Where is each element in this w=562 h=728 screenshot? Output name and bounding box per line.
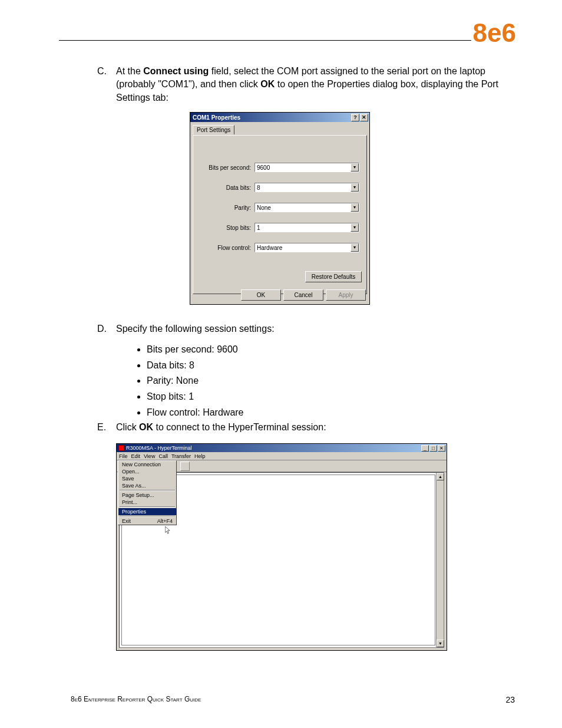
ht-titlebar[interactable]: R3000MSA - HyperTerminal _ □ ✕	[117, 444, 447, 452]
menu-item-save-as[interactable]: Save As...	[118, 482, 176, 489]
ok-button[interactable]: OK	[241, 289, 281, 301]
restore-defaults-button[interactable]: Restore Defaults	[305, 271, 362, 282]
menu-separator	[120, 490, 175, 491]
flow-label: Flow control:	[200, 245, 254, 251]
menu-item-label: Properties	[122, 509, 146, 515]
dropdown-icon[interactable]: ▼	[351, 243, 359, 252]
parity-value: None	[255, 205, 351, 211]
maximize-button[interactable]: □	[429, 445, 437, 452]
scroll-up-button[interactable]: ▲	[437, 473, 444, 480]
step-d-block: D. Specify the following session setting…	[97, 322, 510, 421]
menu-shortcut: Alt+F4	[157, 518, 173, 524]
close-button[interactable]: ✕	[360, 114, 368, 121]
bps-label: Bits per second:	[200, 164, 254, 171]
step-d-label: D.	[97, 322, 116, 337]
tab-strip: Port Settings	[193, 124, 369, 135]
menu-help[interactable]: Help	[194, 453, 206, 459]
com1-properties-dialog: COM1 Properties ? ✕ Port Settings Bits p…	[190, 112, 370, 305]
footer-text: 8e6 Enterprise Reporter Quick Start Guid…	[71, 695, 201, 704]
bps-combo[interactable]: 9600 ▼	[254, 163, 359, 172]
dropdown-icon[interactable]: ▼	[351, 203, 359, 212]
step-e-block: E. Click OK to connect to the HyperTermi…	[97, 422, 510, 433]
flow-combo[interactable]: Hardware ▼	[254, 243, 359, 252]
list-item: Flow control: Hardware	[147, 406, 510, 420]
page-number: 23	[505, 695, 515, 704]
file-menu-dropdown: New Connection Open... Save Save As... P…	[118, 460, 177, 525]
menu-item-page-setup[interactable]: Page Setup...	[118, 492, 176, 499]
menu-edit[interactable]: Edit	[131, 453, 141, 459]
flow-value: Hardware	[255, 245, 351, 251]
page-footer: 8e6 Enterprise Reporter Quick Start Guid…	[71, 695, 515, 704]
menubar: File Edit View Call Transfer Help	[117, 452, 447, 460]
dropdown-icon[interactable]: ▼	[351, 183, 359, 192]
field-name-bold: Connect using	[143, 66, 209, 76]
dialog-title: COM1 Properties	[193, 114, 240, 121]
menu-call[interactable]: Call	[158, 453, 168, 459]
stopbits-value: 1	[255, 225, 351, 231]
menu-transfer[interactable]: Transfer	[171, 453, 191, 459]
databits-combo[interactable]: 8 ▼	[254, 183, 359, 192]
cancel-button[interactable]: Cancel	[283, 289, 323, 301]
port-settings-panel: Bits per second: 9600 ▼ Data bits: 8 ▼ P…	[193, 135, 367, 294]
toolbar-icon[interactable]	[180, 462, 190, 471]
help-button[interactable]: ?	[351, 114, 359, 121]
menu-item-label: Exit	[122, 518, 131, 524]
menu-separator	[120, 506, 175, 508]
menu-item-properties[interactable]: Properties	[118, 508, 176, 515]
ok-bold: OK	[139, 422, 153, 432]
text: to connect to the HyperTerminal session:	[153, 422, 326, 432]
databits-label: Data bits:	[200, 185, 254, 191]
list-item: Parity: None	[147, 374, 510, 388]
text: At the	[116, 66, 143, 76]
dropdown-icon[interactable]: ▼	[351, 163, 359, 172]
menu-file[interactable]: File	[119, 453, 128, 459]
list-item: Bits per second: 9600	[147, 342, 510, 357]
step-e-label: E.	[97, 422, 116, 433]
menu-item-exit[interactable]: Exit Alt+F4	[118, 518, 176, 525]
ok-bold: OK	[260, 79, 275, 89]
menu-item-save[interactable]: Save	[118, 475, 176, 482]
list-item: Data bits: 8	[147, 358, 510, 373]
hyperterminal-window: R3000MSA - HyperTerminal _ □ ✕ File Edit…	[116, 443, 447, 651]
bps-value: 9600	[255, 164, 351, 171]
menu-item-print[interactable]: Print...	[118, 499, 176, 506]
dialog-titlebar[interactable]: COM1 Properties ? ✕	[190, 113, 369, 122]
brand-logo: 8e6	[473, 20, 516, 46]
header-rule	[59, 40, 471, 41]
menu-item-new-connection[interactable]: New Connection	[118, 461, 176, 468]
scroll-down-button[interactable]: ▼	[437, 640, 444, 647]
stopbits-combo[interactable]: 1 ▼	[254, 223, 359, 232]
menu-item-open[interactable]: Open...	[118, 468, 176, 475]
menu-view[interactable]: View	[144, 453, 155, 459]
app-icon	[118, 445, 124, 451]
parity-label: Parity:	[200, 205, 254, 211]
step-c-label: C.	[97, 65, 116, 104]
close-button[interactable]: ✕	[438, 445, 445, 452]
databits-value: 8	[255, 185, 351, 191]
parity-combo[interactable]: None ▼	[254, 203, 359, 212]
step-d-text: Specify the following session settings:	[116, 322, 275, 337]
tab-port-settings[interactable]: Port Settings	[193, 125, 234, 134]
dropdown-icon[interactable]: ▼	[351, 223, 359, 232]
vertical-scrollbar[interactable]: ▲ ▼	[436, 473, 444, 647]
menu-separator	[120, 516, 175, 517]
stopbits-label: Stop bits:	[200, 225, 254, 231]
session-settings-list: Bits per second: 9600 Data bits: 8 Parit…	[136, 342, 510, 420]
ht-title-text: R3000MSA - HyperTerminal	[126, 445, 192, 451]
minimize-button[interactable]: _	[421, 445, 429, 452]
list-item: Stop bits: 1	[147, 390, 510, 404]
text: Click	[116, 422, 139, 432]
step-c-paragraph: C. At the Connect using field, select th…	[97, 65, 510, 104]
apply-button[interactable]: Apply	[326, 289, 366, 301]
